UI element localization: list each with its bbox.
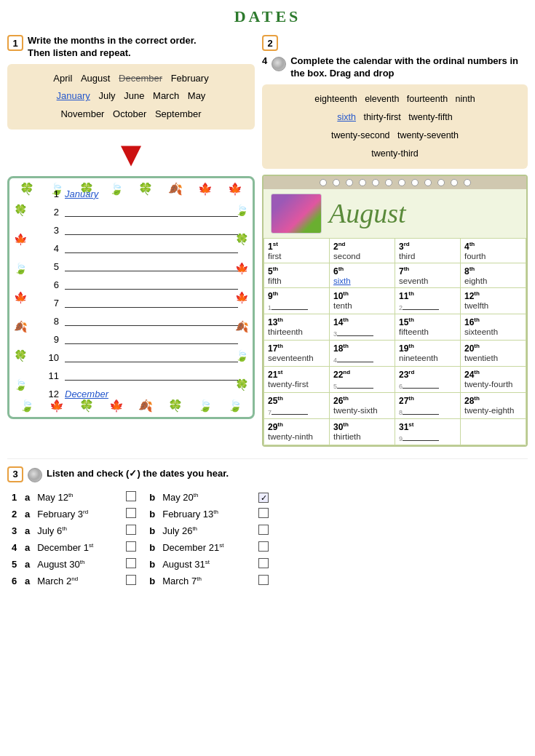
listen-b-label-3: b xyxy=(146,523,158,538)
month-item-2: 2 xyxy=(46,207,238,218)
listen-b-checkbox-5[interactable] xyxy=(258,558,269,568)
calendar-cell-26: 26th twenty-sixth xyxy=(330,392,395,418)
listen-row-num-4: 4 xyxy=(9,540,20,555)
listen-a-label-2: a xyxy=(22,506,33,522)
listen-b-label-2: b xyxy=(146,506,158,522)
calendar-cell-19: 19th nineteenth xyxy=(395,340,461,366)
month-september: September xyxy=(155,108,202,119)
red-arrow: ▼ xyxy=(7,137,255,172)
calendar-cell-4: 4th fourth xyxy=(461,238,526,263)
listen-a-date-4: December 1st xyxy=(34,540,122,555)
spiral-hole xyxy=(464,179,471,186)
cd-icon xyxy=(272,57,286,71)
left-column: 1 Write the months in the correct order.… xyxy=(7,35,255,419)
section1-instruction: Write the months in the correct order.Th… xyxy=(28,35,197,60)
section2-instruction: Complete the calendar with the ordinal n… xyxy=(290,55,528,80)
listen-b-label-4: b xyxy=(146,540,158,555)
listen-item-4: 4 a December 1st b December 21st xyxy=(9,540,526,555)
month-item-11: 11 xyxy=(46,370,238,381)
listen-b-date-6: March 7th xyxy=(159,573,254,589)
calendar-cell-20: 20th twentieth xyxy=(461,340,526,366)
month-june: June xyxy=(124,90,144,101)
calendar-row: 17th seventeenth 18th 4 19th nineteenth … xyxy=(264,340,526,366)
listen-b-date-2: February 13th xyxy=(159,506,254,522)
month-october: October xyxy=(113,108,146,119)
word-twenty-second[interactable]: twenty-second xyxy=(331,130,390,140)
word-eleventh[interactable]: eleventh xyxy=(365,94,399,104)
calendar-cell-23: 23rd 6 xyxy=(395,366,461,392)
listen-a-label-5: a xyxy=(22,557,33,572)
month-item-4: 4 xyxy=(46,243,238,254)
word-ninth[interactable]: ninth xyxy=(456,94,475,104)
listen-a-label-1: a xyxy=(22,490,33,505)
calendar-cell-16: 16th sixteenth xyxy=(461,314,526,340)
spiral-hole xyxy=(411,179,419,186)
calendar-header: August xyxy=(263,189,526,238)
flower-photo xyxy=(271,194,322,234)
calendar-cell-18: 18th 4 xyxy=(330,340,395,366)
calendar-row: 1st first 2nd second 3rd third 4th fourt… xyxy=(264,238,526,263)
month-february: February xyxy=(171,73,209,84)
listen-item-5: 5 a August 30th b August 31st xyxy=(9,557,526,572)
month-may: May xyxy=(188,90,206,101)
listen-b-checkbox-4[interactable] xyxy=(258,541,269,552)
word-eighteenth[interactable]: eighteenth xyxy=(314,94,357,104)
section1-num: 1 xyxy=(7,35,23,51)
listen-b-label-1: b xyxy=(146,490,158,505)
calendar-row: 29th twenty-ninth 30th thirtieth 31st 9 xyxy=(264,418,526,445)
listen-b-label-5: b xyxy=(146,557,158,572)
spiral-hole xyxy=(333,179,340,186)
month-april: April xyxy=(53,73,72,84)
word-bank: eighteenth eleventh fourteenth ninth six… xyxy=(262,84,528,169)
cd-icon-3 xyxy=(28,468,42,482)
calendar-row: 13th thirteenth 14th 3 15th fifteenth 16… xyxy=(264,314,526,340)
calendar-row: 9th 1 10th tenth 11th 2 12th twelfth xyxy=(264,287,526,314)
listen-a-date-3: July 6th xyxy=(34,523,122,538)
month-item-1: 1 January xyxy=(46,188,238,199)
section3-header: 3 Listen and check (✓) the dates you hea… xyxy=(7,466,528,482)
listen-b-checkbox-2[interactable] xyxy=(258,508,269,518)
calendar-cell-5: 5th fifth xyxy=(264,263,330,287)
calendar-cell-27: 27th 8 xyxy=(395,392,461,418)
listen-a-checkbox-6[interactable] xyxy=(126,575,136,585)
calendar-row: 5th fifth 6th sixth 7th seventh 8th eigh… xyxy=(264,263,526,287)
listen-a-checkbox-5[interactable] xyxy=(126,558,136,568)
calendar-cell-21: 21st twenty-first xyxy=(264,366,330,392)
calendar-cell-29: 29th twenty-ninth xyxy=(264,418,330,445)
listen-a-checkbox-3[interactable] xyxy=(126,525,136,535)
word-twenty-fifth[interactable]: twenty-fifth xyxy=(408,112,452,122)
month-item-9: 9 xyxy=(46,334,238,345)
spiral-hole xyxy=(424,179,432,186)
listen-item-6: 6 a March 2nd b March 7th xyxy=(9,573,526,589)
word-twenty-seventh[interactable]: twenty-seventh xyxy=(397,130,459,140)
word-sixth[interactable]: sixth xyxy=(337,112,356,122)
listen-row-num-3: 3 xyxy=(9,523,20,538)
listen-a-checkbox-1[interactable] xyxy=(126,491,136,501)
section2-num: 2 xyxy=(262,35,278,51)
calendar-spiral xyxy=(263,176,526,189)
spiral-hole xyxy=(385,179,392,186)
spiral-hole xyxy=(346,179,353,186)
months-word-box: April August December February January J… xyxy=(7,64,255,130)
calendar-cell-17: 17th seventeenth xyxy=(264,340,330,366)
listen-a-checkbox-2[interactable] xyxy=(126,508,136,518)
word-thirty-first[interactable]: thirty-first xyxy=(363,112,400,122)
listen-item-1: 1 a May 12th b May 20th ✓ xyxy=(9,490,526,505)
month-december-fill: December xyxy=(65,389,108,399)
calendar-cell-15: 15th fifteenth xyxy=(395,314,461,340)
spiral-hole xyxy=(320,179,327,186)
calendar-cell-13: 13th thirteenth xyxy=(264,314,330,340)
listen-a-checkbox-4[interactable] xyxy=(126,541,136,552)
listen-a-date-2: February 3rd xyxy=(34,506,122,522)
listen-b-checkbox-6[interactable] xyxy=(258,575,269,585)
listen-b-checkbox-1[interactable]: ✓ xyxy=(258,493,269,503)
listen-b-checkbox-3[interactable] xyxy=(258,525,269,535)
word-fourteenth[interactable]: fourteenth xyxy=(407,94,448,104)
month-item-3: 3 xyxy=(46,225,238,236)
spiral-hole xyxy=(451,179,458,186)
calendar-cell-12: 12th twelfth xyxy=(461,287,526,314)
word-twenty-third[interactable]: twenty-third xyxy=(371,148,419,159)
month-january-fill: January xyxy=(65,188,98,199)
listen-a-date-1: May 12th xyxy=(34,490,122,505)
calendar-cell-22: 22nd 5 xyxy=(330,366,395,392)
